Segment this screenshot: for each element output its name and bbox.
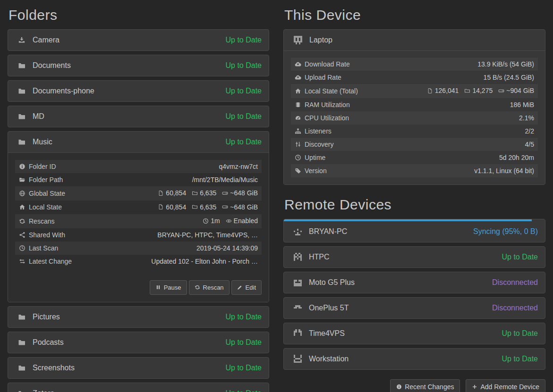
row-value: 60,8546,635~648 GiB <box>101 200 262 215</box>
row-label: Upload Rate <box>291 71 385 84</box>
refresh-icon <box>19 218 26 225</box>
folder-action-buttons: PauseRescanEdit <box>15 280 262 295</box>
row-label: Global State <box>15 186 101 200</box>
device-row-bryan-pc[interactable]: BRYAN-PCSyncing (95%, 0 B) <box>284 221 545 242</box>
device-stat-row-local-state-total: Local State (Total)126,04114,275~904 GiB <box>291 84 538 98</box>
row-value: 126,04114,275~904 GiB <box>385 84 538 98</box>
row-value: 2/2 <box>385 125 538 138</box>
folder-name: Documents <box>33 61 221 70</box>
this-device-row[interactable]: Laptop <box>284 30 545 50</box>
row-value: 60,8546,635~648 GiB <box>101 186 262 200</box>
folder-row-md[interactable]: MDUp to Date <box>8 106 269 127</box>
globe-icon <box>19 190 26 197</box>
row-label: Folder ID <box>15 160 101 173</box>
recent-changes-button[interactable]: Recent Changes <box>390 379 460 392</box>
row-label: Last Scan <box>15 242 101 255</box>
folder-status: Up to Date <box>226 138 262 146</box>
device-panel-time4vps: Time4VPSUp to Date <box>283 323 545 344</box>
add-remote-device-button[interactable]: Add Remote Device <box>466 379 545 392</box>
plus-icon <box>472 384 477 390</box>
folder-panel-podcasts: PodcastsUp to Date <box>8 332 269 353</box>
row-value: v1.1.1, Linux (64 bit) <box>385 164 538 177</box>
value-part: 60,854 <box>158 188 186 198</box>
folders-list: CameraUp to DateDocumentsUp to DateDocum… <box>8 29 269 392</box>
tag-icon <box>295 167 301 174</box>
folder-name: Pictures <box>33 313 221 321</box>
folder-row-documents[interactable]: DocumentsUp to Date <box>8 55 269 76</box>
folder-edit-button[interactable]: Edit <box>231 280 262 295</box>
folder-row-screenshots[interactable]: ScreenshotsUp to Date <box>8 358 269 378</box>
folder-row-podcasts[interactable]: PodcastsUp to Date <box>8 332 269 353</box>
device-identicon <box>294 227 302 235</box>
share-icon <box>19 232 26 238</box>
row-label: Local State (Total) <box>291 84 385 98</box>
syncthing-dashboard: Folders CameraUp to DateDocumentsUp to D… <box>0 0 553 392</box>
folder-row-camera[interactable]: CameraUp to Date <box>8 30 269 50</box>
folder-name: Zotero <box>33 389 221 392</box>
row-label: Rescans <box>15 214 101 228</box>
row-value: /mnt/2TB/Media/Music <box>101 173 262 186</box>
device-row-workstation[interactable]: WorkstationUp to Date <box>284 349 545 369</box>
device-row-oneplus-5t[interactable]: OnePlus 5TDisconnected <box>284 298 545 318</box>
folder-outline-icon <box>464 88 470 94</box>
folder-detail-row-latest-change: Latest ChangeUpdated 102 - Elton John - … <box>15 255 262 268</box>
device-name: OnePlus 5T <box>309 304 487 312</box>
device-row-moto-g5-plus[interactable]: Moto G5 PlusDisconnected <box>284 272 545 293</box>
folder-name: Documents-phone <box>33 87 221 95</box>
device-panel-htpc: HTPCUp to Date <box>283 246 545 268</box>
row-value: q4vmz-nw7ct <box>101 160 262 173</box>
row-label: Folder Path <box>15 173 101 186</box>
this-device-panel: LaptopDownload Rate13.9 KiB/s (54 GiB)Up… <box>283 29 545 185</box>
device-stat-info-table: Download Rate13.9 KiB/s (54 GiB)Upload R… <box>291 58 538 177</box>
device-identicon <box>294 329 302 337</box>
value-part: 14,275 <box>464 86 493 95</box>
device-panel-bryan-pc: BRYAN-PCSyncing (95%, 0 B) <box>283 219 545 242</box>
row-value: 1mEnabled <box>101 214 262 228</box>
cloud-download-icon <box>295 61 301 67</box>
row-value: BRYAN-PC, HTPC, Time4VPS, … <box>101 228 262 242</box>
devices-column: This Device LaptopDownload Rate13.9 KiB/… <box>283 8 545 389</box>
sliders-icon <box>295 141 301 148</box>
folder-row-pictures[interactable]: PicturesUp to Date <box>8 307 269 327</box>
folder-pause-button[interactable]: Pause <box>150 280 187 295</box>
device-stat-row-discovery: Discovery4/5 <box>291 138 538 151</box>
row-value: 5d 20h 20m <box>385 151 538 164</box>
folder-icon <box>18 313 26 321</box>
folder-row-zotero[interactable]: ZoteroUp to Date <box>8 383 269 392</box>
device-status: Disconnected <box>492 304 538 312</box>
folder-row-documents-phone[interactable]: Documents-phoneUp to Date <box>8 81 269 101</box>
folder-name: Podcasts <box>33 338 221 347</box>
folder-panel-music: MusicUp to DateFolder IDq4vmz-nw7ctFolde… <box>8 131 269 302</box>
clock-icon <box>203 218 209 224</box>
device-row-time4vps[interactable]: Time4VPSUp to Date <box>284 323 545 344</box>
folder-icon <box>18 138 26 146</box>
row-value: 2019-05-24 14:39:09 <box>101 242 262 255</box>
row-value: 186 MiB <box>385 98 538 111</box>
row-value: 13.9 KiB/s (54 GiB) <box>385 58 538 71</box>
device-stat-row-listeners: Listeners2/2 <box>291 125 538 138</box>
row-label: Shared With <box>15 228 101 242</box>
device-name: Time4VPS <box>309 329 497 338</box>
device-identicon <box>294 253 302 261</box>
folder-rescan-button[interactable]: Rescan <box>189 280 230 295</box>
value-part: 6,635 <box>192 202 216 212</box>
file-icon <box>427 88 433 94</box>
folder-row-music[interactable]: MusicUp to Date <box>8 132 269 152</box>
home-icon <box>19 204 26 210</box>
folder-name: MD <box>33 112 221 121</box>
value-part: 1m <box>203 216 220 225</box>
folders-column: Folders CameraUp to DateDocumentsUp to D… <box>8 8 269 389</box>
device-stat-row-upload-rate: Upload Rate15 B/s (24.5 GiB) <box>291 71 538 84</box>
folder-name: Music <box>33 138 221 146</box>
device-status: Disconnected <box>492 278 538 287</box>
device-row-htpc[interactable]: HTPCUp to Date <box>284 247 545 267</box>
value-part: Enabled <box>226 216 258 225</box>
download-icon <box>18 36 26 44</box>
device-status: Up to Date <box>502 355 538 363</box>
row-label: Discovery <box>291 138 385 151</box>
device-status: Syncing (95%, 0 B) <box>473 227 538 236</box>
device-panel-moto-g5-plus: Moto G5 PlusDisconnected <box>283 272 545 293</box>
folder-icon <box>18 390 26 392</box>
folder-status: Up to Date <box>226 338 262 347</box>
folder-name: Screenshots <box>33 364 221 372</box>
